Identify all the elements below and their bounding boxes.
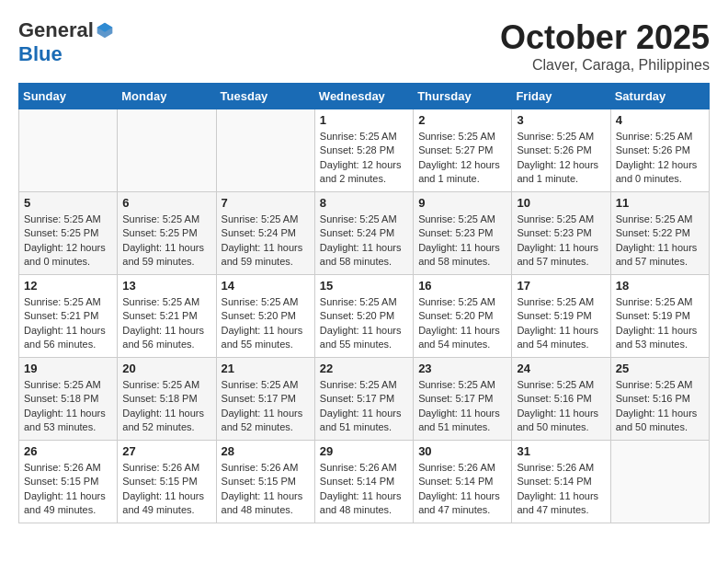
calendar-cell: 12Sunrise: 5:25 AMSunset: 5:21 PMDayligh… xyxy=(19,275,118,358)
calendar-cell: 6Sunrise: 5:25 AMSunset: 5:25 PMDaylight… xyxy=(118,192,216,275)
day-number: 18 xyxy=(616,279,704,293)
cell-info-line: Sunrise: 5:25 AM xyxy=(122,378,210,392)
calendar-cell xyxy=(19,109,118,192)
month-title: October 2025 xyxy=(500,18,710,57)
day-number: 19 xyxy=(24,362,112,375)
day-number: 29 xyxy=(320,444,408,458)
calendar-cell: 21Sunrise: 5:25 AMSunset: 5:17 PMDayligh… xyxy=(216,358,314,441)
cell-info-line: Sunrise: 5:25 AM xyxy=(418,378,506,392)
day-header-monday: Monday xyxy=(118,84,216,109)
cell-info-line: Daylight: 11 hours and 56 minutes. xyxy=(24,324,112,352)
location-text: Claver, Caraga, Philippines xyxy=(500,57,710,74)
day-number: 20 xyxy=(122,362,210,375)
cell-info-line: Sunset: 5:15 PM xyxy=(122,475,210,488)
calendar-cell: 7Sunrise: 5:25 AMSunset: 5:24 PMDaylight… xyxy=(216,192,314,275)
cell-info-line: Sunset: 5:14 PM xyxy=(418,475,506,488)
cell-info-line: Daylight: 11 hours and 59 minutes. xyxy=(122,241,210,270)
cell-info-line: Daylight: 11 hours and 58 minutes. xyxy=(418,241,506,270)
cell-info-line: Daylight: 11 hours and 56 minutes. xyxy=(122,324,210,352)
cell-info-line: Daylight: 11 hours and 48 minutes. xyxy=(222,489,310,518)
logo: General Blue xyxy=(18,18,114,66)
cell-info-line: Daylight: 11 hours and 50 minutes. xyxy=(517,407,605,435)
cell-info-line: Daylight: 12 hours and 1 minute. xyxy=(517,158,605,187)
cell-info-line: Sunset: 5:22 PM xyxy=(616,226,704,240)
calendar-cell: 1Sunrise: 5:25 AMSunset: 5:28 PMDaylight… xyxy=(314,109,413,192)
cell-info-line: Sunset: 5:17 PM xyxy=(320,392,408,406)
day-number: 16 xyxy=(418,279,506,293)
cell-info-line: Sunset: 5:16 PM xyxy=(517,392,605,406)
cell-info-line: Sunset: 5:24 PM xyxy=(222,226,310,240)
cell-info-line: Sunset: 5:18 PM xyxy=(122,392,210,406)
cell-info-line: Sunset: 5:17 PM xyxy=(222,392,310,406)
calendar-cell xyxy=(216,109,314,192)
cell-info-line: Sunset: 5:20 PM xyxy=(222,309,310,323)
day-number: 21 xyxy=(222,362,310,375)
cell-info-line: Sunset: 5:25 PM xyxy=(24,226,112,240)
cell-info-line: Sunrise: 5:25 AM xyxy=(320,130,408,144)
day-number: 17 xyxy=(517,279,605,293)
calendar-table: SundayMondayTuesdayWednesdayThursdayFrid… xyxy=(18,83,710,523)
cell-info-line: Daylight: 12 hours and 0 minutes. xyxy=(616,158,704,187)
calendar-cell: 19Sunrise: 5:25 AMSunset: 5:18 PMDayligh… xyxy=(19,358,118,441)
cell-info-line: Sunset: 5:17 PM xyxy=(418,392,506,406)
day-number: 23 xyxy=(418,362,506,375)
cell-info-line: Sunset: 5:19 PM xyxy=(517,309,605,323)
cell-info-line: Daylight: 11 hours and 58 minutes. xyxy=(320,241,408,270)
cell-info-line: Sunset: 5:20 PM xyxy=(418,309,506,323)
day-header-sunday: Sunday xyxy=(19,84,118,109)
calendar-cell: 16Sunrise: 5:25 AMSunset: 5:20 PMDayligh… xyxy=(414,275,512,358)
calendar-cell: 9Sunrise: 5:25 AMSunset: 5:23 PMDaylight… xyxy=(414,192,512,275)
cell-info-line: Sunset: 5:23 PM xyxy=(418,226,506,240)
calendar-cell: 31Sunrise: 5:26 AMSunset: 5:14 PMDayligh… xyxy=(512,441,610,523)
cell-info-line: Sunrise: 5:25 AM xyxy=(418,213,506,226)
cell-info-line: Sunrise: 5:25 AM xyxy=(24,295,112,309)
cell-info-line: Sunset: 5:21 PM xyxy=(24,309,112,323)
cell-info-line: Sunset: 5:15 PM xyxy=(222,475,310,488)
day-number: 11 xyxy=(616,196,704,210)
cell-info-line: Daylight: 11 hours and 47 minutes. xyxy=(418,489,506,518)
calendar-cell: 26Sunrise: 5:26 AMSunset: 5:15 PMDayligh… xyxy=(19,441,118,523)
day-number: 1 xyxy=(320,113,408,127)
day-number: 3 xyxy=(517,113,605,127)
cell-info-line: Daylight: 11 hours and 53 minutes. xyxy=(24,407,112,435)
calendar-cell: 13Sunrise: 5:25 AMSunset: 5:21 PMDayligh… xyxy=(118,275,216,358)
day-number: 27 xyxy=(122,444,210,458)
cell-info-line: Sunrise: 5:25 AM xyxy=(222,295,310,309)
day-header-tuesday: Tuesday xyxy=(216,84,314,109)
cell-info-line: Sunset: 5:15 PM xyxy=(24,475,112,488)
cell-info-line: Daylight: 11 hours and 52 minutes. xyxy=(122,407,210,435)
cell-info-line: Daylight: 11 hours and 51 minutes. xyxy=(418,407,506,435)
cell-info-line: Daylight: 11 hours and 49 minutes. xyxy=(24,489,112,518)
cell-info-line: Daylight: 11 hours and 54 minutes. xyxy=(418,324,506,352)
cell-info-line: Sunrise: 5:26 AM xyxy=(122,461,210,475)
calendar-cell: 10Sunrise: 5:25 AMSunset: 5:23 PMDayligh… xyxy=(512,192,610,275)
calendar-cell xyxy=(118,109,216,192)
calendar-cell: 8Sunrise: 5:25 AMSunset: 5:24 PMDaylight… xyxy=(314,192,413,275)
cell-info-line: Sunrise: 5:25 AM xyxy=(418,295,506,309)
calendar-cell: 5Sunrise: 5:25 AMSunset: 5:25 PMDaylight… xyxy=(19,192,118,275)
cell-info-line: Sunset: 5:27 PM xyxy=(418,144,506,157)
cell-info-line: Sunrise: 5:25 AM xyxy=(418,130,506,144)
calendar-week-row: 19Sunrise: 5:25 AMSunset: 5:18 PMDayligh… xyxy=(19,358,710,441)
cell-info-line: Sunrise: 5:26 AM xyxy=(517,461,605,475)
calendar-cell: 4Sunrise: 5:25 AMSunset: 5:26 PMDaylight… xyxy=(610,109,709,192)
calendar-cell: 29Sunrise: 5:26 AMSunset: 5:14 PMDayligh… xyxy=(314,441,413,523)
day-number: 7 xyxy=(222,196,310,210)
cell-info-line: Sunrise: 5:26 AM xyxy=(418,461,506,475)
calendar-cell xyxy=(610,441,709,523)
cell-info-line: Daylight: 11 hours and 57 minutes. xyxy=(517,241,605,270)
cell-info-line: Sunrise: 5:25 AM xyxy=(320,295,408,309)
cell-info-line: Sunrise: 5:26 AM xyxy=(222,461,310,475)
day-number: 9 xyxy=(418,196,506,210)
cell-info-line: Sunrise: 5:25 AM xyxy=(616,378,704,392)
calendar-cell: 17Sunrise: 5:25 AMSunset: 5:19 PMDayligh… xyxy=(512,275,610,358)
cell-info-line: Sunset: 5:16 PM xyxy=(616,392,704,406)
calendar-cell: 28Sunrise: 5:26 AMSunset: 5:15 PMDayligh… xyxy=(216,441,314,523)
cell-info-line: Sunrise: 5:25 AM xyxy=(122,295,210,309)
calendar-header-row: SundayMondayTuesdayWednesdayThursdayFrid… xyxy=(19,84,710,109)
cell-info-line: Daylight: 11 hours and 48 minutes. xyxy=(320,489,408,518)
day-header-thursday: Thursday xyxy=(414,84,512,109)
day-number: 10 xyxy=(517,196,605,210)
logo-icon xyxy=(96,21,114,40)
day-header-wednesday: Wednesday xyxy=(314,84,413,109)
